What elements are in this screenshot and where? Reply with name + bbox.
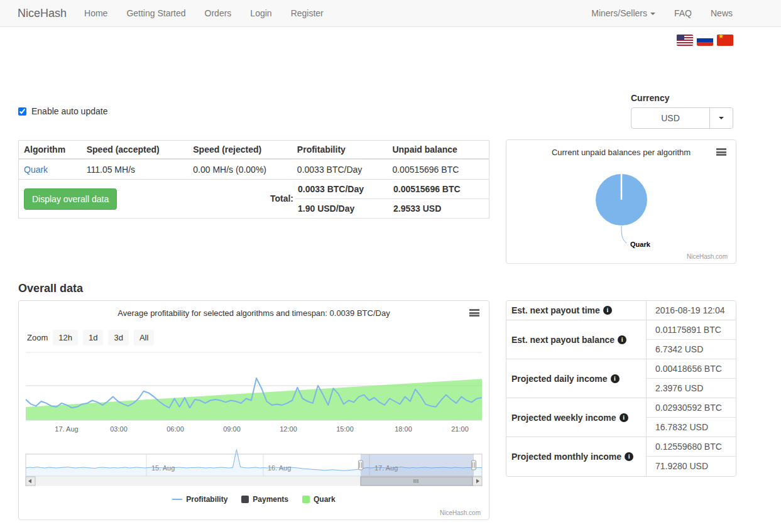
legend-item-profitability[interactable]: Profitability — [172, 495, 227, 504]
zoom-button-1d[interactable]: 1d — [83, 330, 103, 345]
payout-estimates-table: Est. next payout timei 2016-08-19 12:04 … — [506, 300, 736, 477]
nav-item-news[interactable]: News — [701, 0, 742, 26]
x-axis-tick: 18:00 — [395, 425, 412, 433]
payout-row-daily-income: Projected daily incomei 0.00418656 BTC 2… — [506, 359, 736, 398]
payout-value-btc: 0.12559680 BTC — [647, 437, 736, 456]
legend-item-quark[interactable]: Quark — [302, 495, 336, 504]
brand-logo[interactable]: NiceHash — [18, 7, 67, 20]
currency-dropdown-button[interactable] — [709, 108, 733, 128]
payout-value-usd: 6.7342 USD — [647, 339, 736, 359]
navigator-tick: 15. Aug — [151, 464, 175, 472]
x-axis-tick: 03:00 — [110, 425, 128, 433]
payout-value-usd: 71.9280 USD — [647, 456, 736, 475]
payout-value: 2016-08-19 12:04 — [647, 301, 736, 320]
col-header-speed-rejected: Speed (rejected) — [188, 144, 292, 155]
x-axis-tick: 12:00 — [280, 425, 297, 433]
zoom-button-all[interactable]: All — [134, 330, 154, 345]
x-axis-tick: 21:00 — [451, 425, 469, 433]
navigator-right-handle[interactable] — [472, 460, 476, 470]
us-flag[interactable] — [677, 35, 693, 46]
display-overall-data-button[interactable]: Display overall data — [24, 188, 117, 210]
zoom-label: Zoom — [27, 333, 48, 342]
x-axis-tick: 06:00 — [167, 425, 184, 433]
payout-value-btc: 0.01175891 BTC — [647, 320, 736, 339]
navigator-tick: 16. Aug — [268, 464, 291, 472]
square-marker-icon — [241, 496, 249, 503]
chart-scrollbar — [26, 477, 482, 486]
payout-value-btc: 0.00418656 BTC — [647, 359, 736, 378]
currency-value: USD — [631, 108, 709, 128]
nav-item-getting-started[interactable]: Getting Started — [117, 0, 195, 26]
speed-accepted-value: 111.05 MH/s — [82, 165, 188, 175]
total-btc-profitability: 0.0033 BTC/Day — [298, 180, 364, 198]
table-total-section: Display overall data Total: 0.0033 BTC/D… — [19, 180, 489, 218]
unpaid-balances-pie-panel: Current unpaid balances per algorithm Qu… — [506, 139, 736, 264]
x-axis-tick: 17. Aug — [55, 425, 78, 433]
unpaid-balance-value: 0.00515696 BTC — [387, 165, 489, 175]
navigator-left-handle[interactable] — [359, 460, 363, 470]
nav-item-login[interactable]: Login — [241, 0, 281, 26]
square-marker-icon — [302, 496, 310, 503]
nav-item-miners-sellers[interactable]: Miners/Sellers — [582, 0, 665, 26]
info-circle-icon[interactable]: i — [625, 452, 633, 461]
nicehash-watermark-link[interactable]: NiceHash.com — [440, 509, 481, 516]
hamburger-menu-icon[interactable] — [716, 148, 726, 156]
hamburger-menu-icon[interactable] — [469, 309, 479, 317]
nav-right-links: Miners/Sellers FAQ News — [582, 0, 742, 26]
nav-item-home[interactable]: Home — [75, 0, 117, 26]
legend-item-payments[interactable]: Payments — [241, 495, 288, 504]
pie-slice-label: Quark — [630, 241, 650, 248]
total-usd-profitability: 1.90 USD/Day — [298, 199, 354, 218]
x-axis-tick: 09:00 — [223, 425, 241, 433]
payout-value-btc: 0.02930592 BTC — [647, 398, 736, 417]
nav-item-register[interactable]: Register — [281, 0, 333, 26]
currency-label: Currency — [631, 93, 669, 103]
algorithm-link-quark[interactable]: Quark — [24, 165, 48, 175]
col-header-profitability: Profitability — [292, 144, 388, 155]
chart-series — [26, 378, 482, 420]
info-circle-icon[interactable]: i — [618, 335, 626, 344]
cn-flag[interactable] — [717, 35, 733, 46]
auto-update-checkbox[interactable] — [18, 107, 26, 116]
nicehash-watermark-link[interactable]: NiceHash.com — [687, 253, 728, 260]
pie-chart-title: Current unpaid balances per algorithm — [506, 148, 736, 157]
info-circle-icon[interactable]: i — [620, 413, 628, 422]
nav-item-faq[interactable]: FAQ — [665, 0, 701, 26]
col-header-speed-accepted: Speed (accepted) — [82, 144, 188, 155]
navbar: NiceHash Home Getting Started Orders Log… — [0, 0, 781, 27]
zoom-button-3d[interactable]: 3d — [108, 330, 128, 345]
payout-value-usd: 16.7832 USD — [647, 417, 736, 437]
col-header-unpaid-balance: Unpaid balance — [387, 144, 489, 155]
zoom-button-12h[interactable]: 12h — [53, 330, 78, 345]
navigator-tick: 17. Aug — [374, 464, 398, 472]
payout-value-usd: 2.3976 USD — [647, 378, 736, 398]
profitability-chart-panel: Average profitability for selected algor… — [18, 300, 489, 520]
total-label: Total: — [231, 180, 293, 218]
pie-label-connector — [621, 226, 626, 243]
total-btc-unpaid: 0.00515696 BTC — [393, 180, 461, 198]
col-header-algorithm: Algorithm — [19, 144, 82, 155]
currency-select[interactable]: USD — [631, 107, 733, 129]
chart-legend: Profitability Payments Quark — [19, 495, 489, 504]
speed-rejected-value: 0.00 MH/s (0.00%) — [188, 165, 292, 175]
auto-update-control: Enable auto update — [18, 106, 107, 116]
zoom-controls: Zoom 12h 1d 3d All — [27, 330, 154, 345]
info-circle-icon[interactable]: i — [603, 306, 612, 315]
info-circle-icon[interactable]: i — [611, 374, 620, 383]
grid-lines — [26, 352, 482, 386]
payout-row-monthly-income: Projected monthly incomei 0.12559680 BTC… — [506, 437, 736, 476]
page-section-title: Overall data — [18, 282, 83, 295]
payout-row-weekly-income: Projected weekly incomei 0.02930592 BTC … — [506, 398, 736, 437]
payout-row-next-payout-time: Est. next payout timei 2016-08-19 12:04 — [506, 301, 736, 320]
total-usd-unpaid: 2.9533 USD — [393, 199, 441, 218]
mining-status-table: Algorithm Speed (accepted) Speed (reject… — [18, 140, 489, 219]
profitability-value: 0.0033 BTC/Day — [292, 165, 388, 175]
scrollbar-thumb[interactable] — [361, 477, 472, 486]
caret-down-icon — [650, 13, 655, 15]
nav-item-orders[interactable]: Orders — [195, 0, 241, 26]
pie-chart — [506, 140, 736, 263]
table-row: Quark 111.05 MH/s 0.00 MH/s (0.00%) 0.00… — [19, 160, 489, 180]
x-axis-tick: 15:00 — [336, 425, 354, 433]
ru-flag[interactable] — [697, 35, 713, 46]
caret-down-icon — [719, 117, 724, 119]
